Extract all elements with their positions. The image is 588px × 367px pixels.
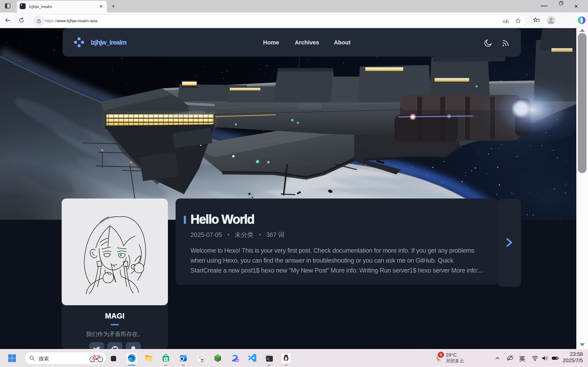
svg-text:AI: AI <box>236 359 238 362</box>
svg-text:>_: >_ <box>267 358 271 361</box>
